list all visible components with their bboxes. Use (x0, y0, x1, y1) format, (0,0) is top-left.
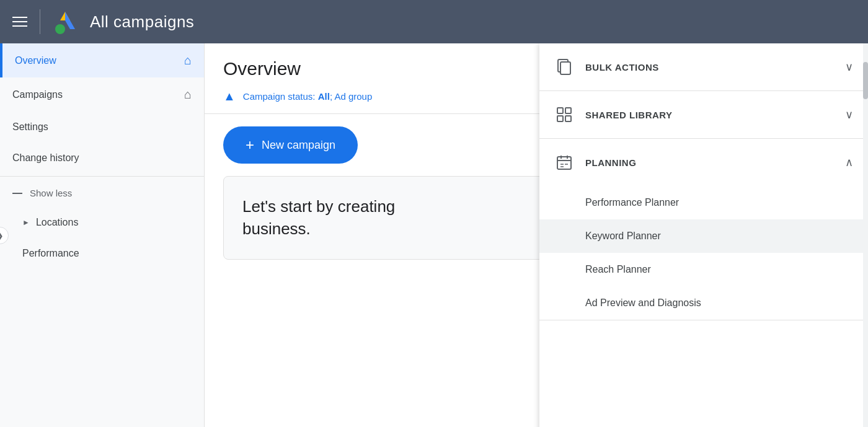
bulk-actions-chevron: ∨ (845, 60, 853, 74)
scrollbar-thumb[interactable] (863, 62, 868, 99)
shared-library-section: SHARED LIBRARY ∨ (539, 91, 868, 139)
svg-rect-7 (565, 116, 571, 121)
sidebar-item-label: Campaigns (12, 89, 63, 100)
new-campaign-label: New campaign (262, 139, 335, 152)
performance-planner-label: Performance Planner (585, 197, 679, 208)
planning-header[interactable]: PLANNING ∧ (539, 139, 868, 186)
svg-rect-5 (565, 108, 571, 113)
reach-planner-item[interactable]: Reach Planner (539, 253, 868, 286)
planning-icon (554, 152, 574, 172)
ad-preview-item[interactable]: Ad Preview and Diagnosis (539, 286, 868, 320)
ad-preview-label: Ad Preview and Diagnosis (585, 297, 701, 308)
show-less-button[interactable]: Show less (0, 179, 204, 207)
filter-bold-value: All (318, 91, 330, 102)
sidebar: ❯ Overview ⌂ Campaigns ⌂ Settings Change… (0, 43, 205, 427)
arrow-icon: ► (22, 218, 30, 227)
shared-library-header[interactable]: SHARED LIBRARY ∨ (539, 91, 868, 138)
home-icon: ⌂ (184, 53, 192, 68)
planning-section: PLANNING ∧ Performance Planner Keyword P… (539, 139, 868, 320)
planning-label: PLANNING (585, 157, 834, 168)
planning-chevron: ∧ (845, 156, 853, 169)
dropdown-panel: BULK ACTIONS ∨ SHARED LIBRARY (539, 43, 868, 427)
keyword-planner-label: Keyword Planner (585, 231, 661, 241)
keyword-planner-item[interactable]: Keyword Planner (539, 219, 868, 253)
sidebar-item-performance[interactable]: Performance (0, 238, 204, 269)
sidebar-divider (0, 176, 204, 177)
home-icon: ⌂ (184, 87, 192, 102)
performance-planner-item[interactable]: Performance Planner (539, 186, 868, 219)
show-less-dash-icon (12, 193, 22, 194)
sidebar-item-label: Change history (12, 152, 79, 164)
menu-button[interactable] (12, 17, 27, 27)
filter-text: Campaign status: All; Ad group (243, 91, 372, 102)
bulk-actions-icon (554, 57, 574, 77)
sidebar-sub-item-label: Locations (36, 217, 79, 228)
page-title: All campaigns (90, 12, 194, 32)
shared-library-icon (554, 105, 574, 125)
reach-planner-label: Reach Planner (585, 264, 651, 275)
sidebar-item-change-history[interactable]: Change history (0, 143, 204, 174)
sidebar-sub-item-label: Performance (22, 248, 79, 259)
sidebar-item-label: Settings (12, 121, 48, 133)
sidebar-item-settings[interactable]: Settings (0, 112, 204, 143)
svg-point-1 (55, 24, 65, 34)
header-divider (40, 9, 40, 34)
google-ads-logo (53, 9, 78, 34)
svg-rect-4 (557, 108, 563, 113)
show-less-label: Show less (30, 188, 72, 198)
svg-rect-6 (557, 116, 563, 121)
filter-icon[interactable]: ▲ (223, 89, 236, 103)
main-content: Overview ▲ Campaign status: All; Ad grou… (205, 43, 868, 427)
shared-library-chevron: ∨ (845, 108, 853, 121)
bulk-actions-section: BULK ACTIONS ∨ (539, 43, 868, 91)
sidebar-item-overview[interactable]: Overview ⌂ (0, 43, 204, 77)
sidebar-item-campaigns[interactable]: Campaigns ⌂ (0, 77, 204, 112)
filter-label: Campaign status: (243, 91, 318, 102)
scrollbar-track (863, 43, 868, 427)
sidebar-item-label: Overview (15, 55, 56, 66)
svg-rect-3 (560, 62, 570, 74)
filter-suffix: ; Ad group (330, 91, 372, 102)
bulk-actions-header[interactable]: BULK ACTIONS ∨ (539, 43, 868, 90)
new-campaign-button[interactable]: + New campaign (223, 126, 358, 164)
main-layout: ❯ Overview ⌂ Campaigns ⌂ Settings Change… (0, 43, 868, 427)
bulk-actions-label: BULK ACTIONS (585, 62, 834, 73)
svg-rect-8 (557, 157, 571, 169)
app-header: All campaigns (0, 0, 868, 43)
plus-icon: + (246, 136, 254, 154)
shared-library-label: SHARED LIBRARY (585, 110, 834, 120)
sidebar-item-locations[interactable]: ► Locations (0, 207, 204, 238)
